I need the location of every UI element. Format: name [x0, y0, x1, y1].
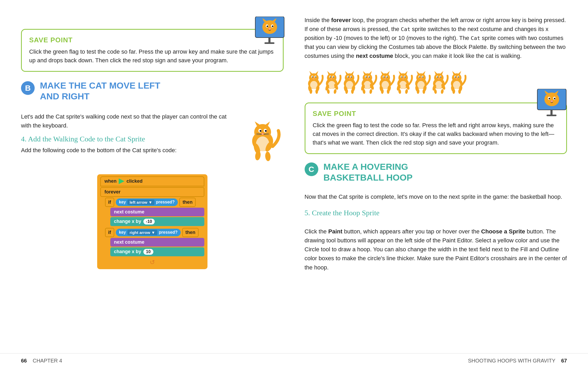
save-point-title-left: SAVE POINT [29, 36, 275, 44]
svg-point-28 [265, 151, 271, 161]
save-point-box-right: SAVE POINT Click the green flag to test … [305, 103, 567, 154]
svg-point-163 [549, 98, 550, 99]
left-page-num: 66 [21, 358, 27, 364]
svg-point-44 [327, 73, 336, 82]
badge-b: B [21, 81, 35, 95]
svg-point-126 [423, 89, 425, 94]
svg-point-19 [262, 133, 264, 135]
when-label: when [105, 178, 117, 184]
svg-point-30 [309, 73, 319, 82]
clicked-label: clicked [127, 178, 143, 184]
svg-point-165 [551, 100, 553, 102]
svg-point-107 [402, 78, 404, 79]
save-point-text-right: Click the green flag to test the code so… [313, 121, 559, 147]
svg-point-10 [269, 28, 271, 30]
svg-rect-2 [264, 42, 274, 44]
page-footer: 66 CHAPTER 4 SHOOTING HOOPS WITH GRAVITY… [0, 353, 588, 368]
sub-body-4: Add the following code to the bottom of … [21, 146, 234, 155]
svg-point-106 [404, 76, 405, 78]
scratch-code-block-4: when clicked forever if key left arrow ▼ [97, 174, 207, 269]
svg-point-17 [259, 130, 261, 132]
svg-point-49 [330, 76, 331, 78]
section-c-intro: Now that the Cat sprite is complete, let… [305, 192, 567, 201]
svg-point-50 [333, 76, 334, 78]
svg-point-9 [272, 25, 273, 27]
svg-point-64 [351, 76, 352, 78]
svg-point-51 [331, 78, 332, 79]
svg-point-142 [452, 73, 461, 82]
svg-point-86 [381, 73, 390, 82]
svg-point-114 [416, 73, 426, 82]
svg-rect-157 [547, 115, 556, 116]
svg-point-77 [366, 76, 367, 78]
right-chapter-label: SHOOTING HOOPS WITH GRAVITY [468, 358, 555, 364]
svg-point-27 [254, 150, 261, 161]
svg-point-140 [440, 89, 444, 94]
sub-heading-5: 5. Create the Hoop Sprite [305, 209, 567, 217]
svg-point-135 [438, 78, 439, 79]
svg-point-91 [383, 76, 384, 78]
svg-point-56 [333, 89, 337, 94]
svg-point-84 [369, 89, 372, 94]
svg-point-37 [313, 78, 314, 79]
right-column: Inside the forever loop, the program che… [305, 16, 567, 338]
cat-billboard-left [254, 17, 288, 45]
footer-left: 66 CHAPTER 4 [21, 358, 62, 364]
save-point-box-left: SAVE POINT Click the green flag to test … [21, 29, 284, 72]
footer-right: SHOOTING HOOPS WITH GRAVITY 67 [468, 358, 567, 364]
svg-point-72 [363, 73, 372, 82]
svg-point-128 [434, 73, 444, 82]
save-point-title-right: SAVE POINT [313, 110, 559, 118]
sub-heading-4: 4. Add the Walking Code to the Cat Sprit… [21, 135, 234, 143]
svg-point-120 [422, 76, 423, 78]
svg-point-105 [401, 76, 402, 78]
svg-point-164 [554, 98, 555, 99]
svg-point-79 [367, 78, 368, 79]
svg-point-148 [458, 76, 459, 78]
left-chapter-label: CHAPTER 4 [33, 358, 62, 364]
svg-point-3 [262, 20, 277, 34]
right-page-num: 67 [561, 358, 567, 364]
svg-point-100 [398, 73, 408, 82]
svg-point-119 [419, 76, 420, 78]
svg-point-36 [315, 76, 316, 78]
svg-point-78 [369, 76, 370, 78]
svg-point-98 [387, 89, 389, 94]
svg-point-35 [312, 76, 313, 78]
cat-walking-illustration [242, 117, 284, 166]
svg-point-121 [420, 78, 422, 79]
svg-point-42 [315, 89, 318, 94]
badge-c: C [305, 162, 318, 176]
svg-point-58 [345, 73, 354, 82]
svg-rect-1 [268, 38, 270, 43]
right-para1: Inside the forever loop, the program che… [305, 16, 567, 60]
section-c-title: MAKE A HOVERING BASKETBALL HOOP [324, 161, 413, 183]
svg-point-158 [544, 93, 559, 106]
svg-point-149 [456, 78, 457, 79]
cats-walking-row [305, 68, 567, 95]
svg-point-63 [348, 76, 349, 78]
svg-point-134 [440, 76, 441, 78]
save-point-text-left: Click the green flag to test the code so… [29, 47, 275, 65]
svg-point-112 [405, 89, 408, 94]
svg-point-8 [267, 25, 268, 27]
svg-point-93 [384, 78, 386, 79]
sub-body-5: Click the Paint button, which appears af… [305, 227, 567, 272]
section-b-heading: B MAKE THE CAT MOVE LEFT AND RIGHT [21, 80, 284, 102]
section-b-title: MAKE THE CAT MOVE LEFT AND RIGHT [40, 80, 160, 102]
forever-label: forever [105, 189, 121, 195]
svg-point-65 [349, 78, 350, 79]
svg-point-18 [265, 130, 267, 132]
svg-point-133 [437, 76, 438, 78]
svg-point-147 [455, 76, 456, 78]
svg-rect-156 [550, 110, 553, 115]
svg-point-92 [387, 76, 388, 78]
left-column: SAVE POINT Click the green flag to test … [21, 16, 284, 338]
section-c-heading: C MAKE A HOVERING BASKETBALL HOOP [305, 161, 567, 183]
section-b-intro: Let's add the Cat sprite's walking code … [21, 112, 234, 130]
svg-point-154 [458, 89, 461, 94]
svg-point-70 [351, 89, 354, 94]
